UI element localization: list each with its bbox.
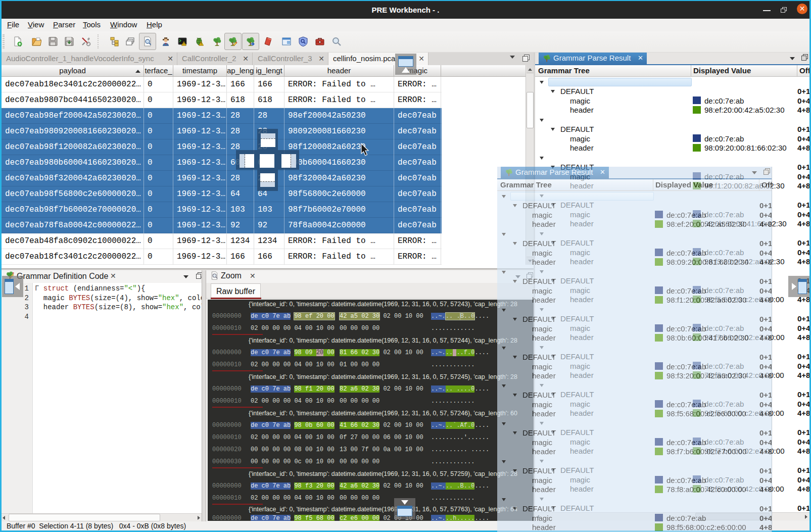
- svg-text:!: !: [201, 42, 202, 45]
- svg-text:!: !: [183, 42, 184, 45]
